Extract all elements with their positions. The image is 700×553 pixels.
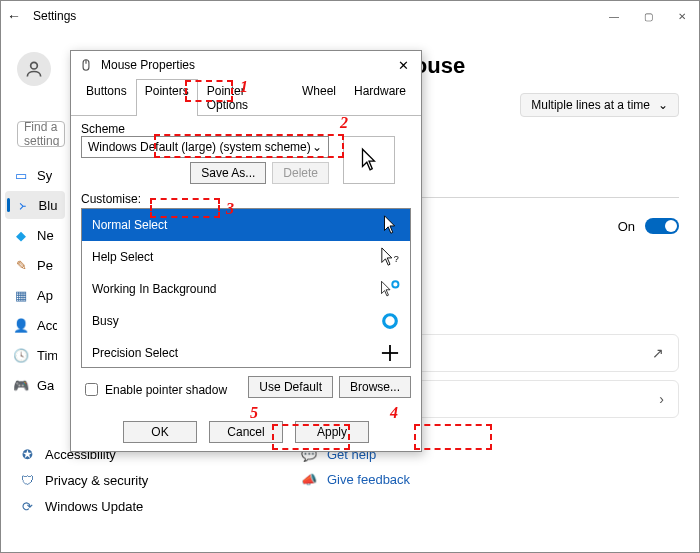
checkbox-input[interactable] bbox=[85, 383, 98, 396]
shield-icon: 🛡 bbox=[19, 472, 35, 488]
toggle-state: On bbox=[618, 219, 635, 234]
checkbox-label: Enable pointer shadow bbox=[105, 383, 227, 397]
cursor-busy-icon bbox=[380, 279, 400, 299]
list-item[interactable]: Normal Select bbox=[82, 209, 410, 241]
tab-buttons[interactable]: Buttons bbox=[77, 79, 136, 116]
cursor-icon bbox=[380, 215, 400, 235]
sidebar-item-windows-update[interactable]: ⟳ Windows Update bbox=[17, 493, 177, 519]
list-item[interactable]: Precision Select bbox=[82, 337, 410, 368]
ok-button[interactable]: OK bbox=[123, 421, 197, 443]
busy-spinner-icon bbox=[380, 311, 400, 331]
dialog-tabs: Buttons Pointers Pointer Options Wheel H… bbox=[71, 79, 421, 116]
search-placeholder: Find a setting bbox=[24, 121, 59, 147]
scheme-dropdown[interactable]: Windows Default (large) (system scheme) … bbox=[81, 136, 329, 158]
list-item[interactable]: Help Select ? bbox=[82, 241, 410, 273]
search-input[interactable]: Find a setting bbox=[17, 121, 65, 147]
use-default-button[interactable]: Use Default bbox=[248, 376, 333, 398]
sidebar-item-gaming[interactable]: 🎮 Ga bbox=[5, 371, 65, 399]
minimize-button[interactable]: ― bbox=[597, 1, 631, 31]
list-item-label: Normal Select bbox=[92, 218, 167, 232]
brush-icon: ✎ bbox=[13, 257, 29, 273]
sidebar-item-time[interactable]: 🕓 Tim bbox=[5, 341, 65, 369]
list-item-label: Help Select bbox=[92, 250, 153, 264]
close-button[interactable]: ✕ bbox=[665, 1, 699, 31]
clock-icon: 🕓 bbox=[13, 347, 29, 363]
back-button[interactable]: ← bbox=[7, 8, 21, 24]
link-text: Give feedback bbox=[327, 472, 410, 487]
scheme-preview bbox=[343, 136, 395, 184]
apps-icon: ▦ bbox=[13, 287, 29, 303]
display-icon: ▭ bbox=[13, 167, 29, 183]
list-item[interactable]: Busy bbox=[82, 305, 410, 337]
customise-label: Customise: bbox=[81, 192, 411, 206]
scroll-lines-dropdown[interactable]: Multiple lines at a time ⌄ bbox=[520, 93, 679, 117]
delete-button: Delete bbox=[272, 162, 329, 184]
user-avatar[interactable] bbox=[17, 52, 51, 86]
pointer-list[interactable]: Normal Select Help Select ? Working In B… bbox=[81, 208, 411, 368]
save-as-button[interactable]: Save As... bbox=[190, 162, 266, 184]
sidebar-item-label: Windows Update bbox=[45, 499, 143, 514]
accessibility-icon: ✪ bbox=[19, 446, 35, 462]
external-link-icon: ↗ bbox=[652, 345, 664, 361]
sidebar-item-label: Sy bbox=[37, 168, 52, 183]
sidebar-item-apps[interactable]: ▦ Ap bbox=[5, 281, 65, 309]
sidebar-item-privacy[interactable]: 🛡 Privacy & security bbox=[17, 467, 177, 493]
bluetooth-icon: ᚛ bbox=[15, 197, 31, 213]
titlebar: ← Settings bbox=[1, 1, 699, 31]
scheme-label: Scheme bbox=[81, 122, 411, 136]
gaming-icon: 🎮 bbox=[13, 377, 29, 393]
sidebar-item-label: Ne bbox=[37, 228, 54, 243]
sidebar-item-label: Acc bbox=[37, 318, 57, 333]
tab-wheel[interactable]: Wheel bbox=[293, 79, 345, 116]
chevron-down-icon: ⌄ bbox=[658, 98, 668, 112]
window-title: Settings bbox=[33, 9, 76, 23]
give-feedback-link[interactable]: 📣 Give feedback bbox=[301, 467, 679, 492]
dropdown-value: Multiple lines at a time bbox=[531, 98, 650, 112]
list-item[interactable]: Working In Background bbox=[82, 273, 410, 305]
tab-pointer-options[interactable]: Pointer Options bbox=[198, 79, 293, 116]
crosshair-icon bbox=[380, 343, 400, 363]
maximize-button[interactable]: ▢ bbox=[631, 1, 665, 31]
sidebar-item-network[interactable]: ◆ Ne bbox=[5, 221, 65, 249]
dialog-close-button[interactable]: ✕ bbox=[389, 53, 417, 77]
chevron-right-icon: › bbox=[659, 391, 664, 407]
feedback-icon: 📣 bbox=[301, 472, 317, 487]
dialog-title: Mouse Properties bbox=[101, 58, 195, 72]
dialog-action-row: OK Cancel Apply bbox=[71, 421, 421, 443]
cancel-button[interactable]: Cancel bbox=[209, 421, 283, 443]
tab-pointers[interactable]: Pointers bbox=[136, 79, 198, 116]
list-item-label: Working In Background bbox=[92, 282, 217, 296]
enable-shadow-checkbox[interactable]: Enable pointer shadow bbox=[81, 380, 227, 399]
svg-point-5 bbox=[384, 315, 397, 328]
settings-sidebar-lower: ✪ Accessibility 🛡 Privacy & security ⟳ W… bbox=[17, 441, 177, 519]
list-item-label: Precision Select bbox=[92, 346, 178, 360]
pointers-pane: Scheme Windows Default (large) (system s… bbox=[71, 116, 421, 405]
person-icon bbox=[24, 59, 44, 79]
apply-button[interactable]: Apply bbox=[295, 421, 369, 443]
browse-button[interactable]: Browse... bbox=[339, 376, 411, 398]
window-controls: ― ▢ ✕ bbox=[597, 1, 699, 31]
sidebar-item-label: Pe bbox=[37, 258, 53, 273]
sidebar-item-bluetooth-devices[interactable]: ᚛ Blu bbox=[5, 191, 65, 219]
chevron-down-icon: ⌄ bbox=[312, 140, 322, 154]
sidebar-item-label: Ga bbox=[37, 378, 54, 393]
cursor-icon bbox=[359, 147, 379, 173]
accounts-icon: 👤 bbox=[13, 317, 29, 333]
list-item-label: Busy bbox=[92, 314, 119, 328]
hover-toggle[interactable] bbox=[645, 218, 679, 234]
svg-text:?: ? bbox=[394, 254, 399, 264]
sidebar-item-accounts[interactable]: 👤 Acc bbox=[5, 311, 65, 339]
dialog-titlebar: Mouse Properties bbox=[71, 51, 421, 79]
update-icon: ⟳ bbox=[19, 498, 35, 514]
sidebar-item-label: Blu bbox=[39, 198, 57, 213]
tab-hardware[interactable]: Hardware bbox=[345, 79, 415, 116]
sidebar-item-personalization[interactable]: ✎ Pe bbox=[5, 251, 65, 279]
mouse-properties-dialog: Mouse Properties ✕ Buttons Pointers Poin… bbox=[70, 50, 422, 452]
sidebar-item-system[interactable]: ▭ Sy bbox=[5, 161, 65, 189]
mouse-icon bbox=[79, 58, 93, 72]
svg-point-4 bbox=[392, 281, 398, 287]
cursor-help-icon: ? bbox=[380, 247, 400, 267]
wifi-icon: ◆ bbox=[13, 227, 29, 243]
sidebar-item-label: Ap bbox=[37, 288, 53, 303]
svg-point-0 bbox=[31, 62, 38, 69]
